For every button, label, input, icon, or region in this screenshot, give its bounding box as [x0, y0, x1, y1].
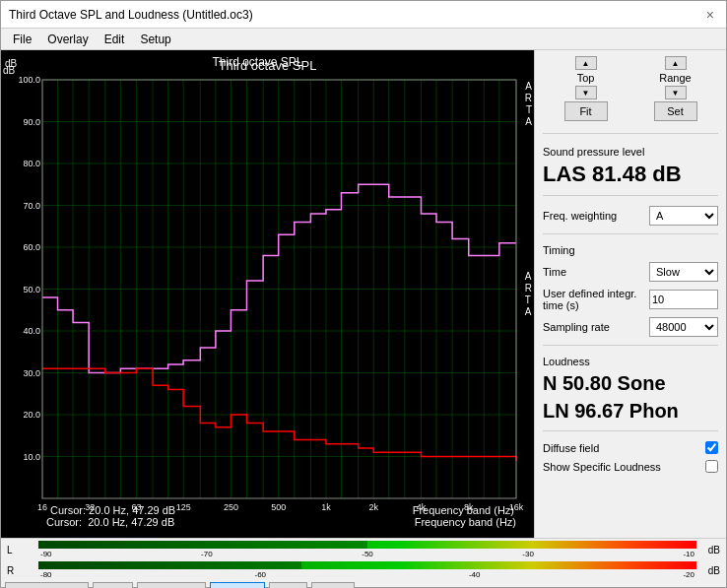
diffuse-field-row: Diffuse field: [543, 441, 718, 454]
divider-4: [543, 345, 718, 346]
chart-container: Third octave SPL dB ARTA Cursor: 20.0 Hz…: [1, 50, 534, 538]
spl-section-label: Sound pressure level: [543, 146, 718, 158]
pink-noise-button[interactable]: Pink Noise: [137, 582, 207, 588]
main-window: Third Octave SPL and Loudness (Untitled.…: [0, 0, 727, 588]
range-up-button[interactable]: ▲: [665, 56, 687, 70]
sampling-rate-label: Sampling rate: [543, 321, 610, 333]
diffuse-field-checkbox[interactable]: [705, 441, 718, 454]
loudness-label: Loudness: [543, 356, 718, 367]
chart-canvas: [1, 50, 534, 538]
l-label: L: [7, 545, 34, 555]
level-meters: L -90-70-50-30-10 dB: [1, 539, 726, 560]
sampling-rate-select[interactable]: 48000 44100 96000: [649, 317, 718, 337]
stop-button[interactable]: Stop: [93, 582, 133, 588]
top-down-button[interactable]: ▼: [575, 86, 597, 99]
arta-label: ARTA: [525, 271, 532, 318]
menu-setup[interactable]: Setup: [132, 31, 178, 47]
db-label-2: dB: [700, 565, 720, 576]
user-defined-row: User defined integr. time (s): [543, 288, 718, 311]
menu-overlay[interactable]: Overlay: [39, 31, 96, 47]
chart-title: Third octave SPL: [1, 54, 534, 77]
close-button[interactable]: ×: [702, 7, 718, 23]
sampling-rate-row: Sampling rate 48000 44100 96000: [543, 317, 718, 337]
show-specific-checkbox[interactable]: [705, 460, 718, 473]
freq-weighting-label: Freq. weighting: [543, 210, 617, 222]
divider-1: [543, 133, 718, 134]
top-group: ▲ Top ▼ Fit: [543, 56, 628, 121]
window-title: Third Octave SPL and Loudness (Untitled.…: [9, 8, 253, 22]
menu-edit[interactable]: Edit: [97, 31, 133, 47]
user-defined-input[interactable]: [649, 290, 718, 309]
time-label: Time: [543, 266, 566, 278]
freq-weighting-row: Freq. weighting A B C Z: [543, 206, 718, 226]
level-meters-r: R -80-60-40-20 dB: [1, 560, 726, 580]
sidebar: ▲ Top ▼ Fit ▲ Range ▼ Set Sound pressure…: [534, 50, 726, 538]
user-defined-label: User defined integr. time (s): [543, 288, 649, 311]
divider-5: [543, 430, 718, 431]
nav-controls: ▲ Top ▼ Fit ▲ Range ▼ Set: [543, 56, 718, 121]
top-up-button[interactable]: ▲: [575, 56, 597, 70]
overlay-button[interactable]: Overlay: [210, 582, 265, 588]
time-select[interactable]: Slow Fast Impulse: [649, 262, 718, 282]
range-down-button[interactable]: ▼: [665, 86, 687, 99]
range-group: ▲ Range ▼ Set: [632, 56, 718, 121]
buttons-row: Record/Reset Stop Pink Noise Overlay B/W…: [1, 580, 726, 588]
cursor-info: Cursor: 20.0 Hz, 47.29 dB: [50, 504, 175, 516]
bw-button[interactable]: B/W: [269, 582, 307, 588]
divider-2: [543, 195, 718, 196]
db-label-1: dB: [700, 545, 720, 555]
spl-value: LAS 81.48 dB: [543, 162, 718, 187]
menu-file[interactable]: File: [5, 31, 39, 47]
range-label: Range: [659, 72, 691, 84]
freq-weighting-select[interactable]: A B C Z: [649, 206, 718, 226]
r-label: R: [7, 565, 34, 576]
ln-value: LN 96.67 Phon: [543, 399, 718, 423]
menu-bar: File Overlay Edit Setup: [1, 29, 726, 50]
top-label: Top: [577, 72, 595, 84]
copy-button[interactable]: Copy: [311, 582, 355, 588]
show-specific-label: Show Specific Loudness: [543, 461, 661, 473]
set-button[interactable]: Set: [654, 101, 697, 121]
show-specific-row: Show Specific Loudness: [543, 460, 718, 473]
diffuse-field-label: Diffuse field: [543, 442, 599, 454]
fit-button[interactable]: Fit: [564, 101, 608, 121]
y-axis-label: dB: [5, 58, 17, 69]
chart-wrapper: Third octave SPL dB ARTA Cursor: 20.0 Hz…: [1, 50, 534, 538]
bottom-bar: L -90-70-50-30-10 dB R: [1, 538, 726, 587]
title-bar: Third Octave SPL and Loudness (Untitled.…: [1, 1, 726, 29]
timing-label: Timing: [543, 244, 718, 256]
n-value: N 50.80 Sone: [543, 371, 718, 395]
main-content: Third octave SPL dB ARTA Cursor: 20.0 Hz…: [1, 50, 726, 538]
time-row: Time Slow Fast Impulse: [543, 262, 718, 282]
divider-3: [543, 233, 718, 234]
freq-band-label: Frequency band (Hz): [413, 504, 514, 516]
record-reset-button[interactable]: Record/Reset: [5, 582, 89, 588]
